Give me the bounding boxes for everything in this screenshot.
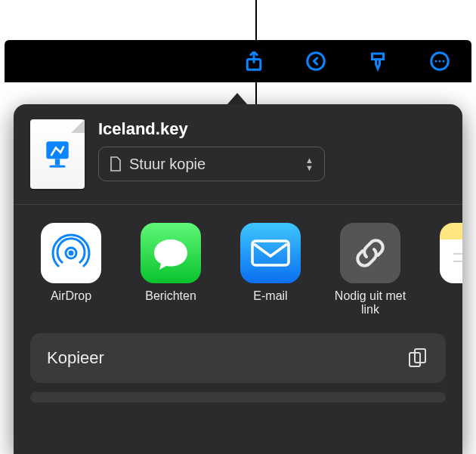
undo-button[interactable] xyxy=(301,46,331,76)
file-thumbnail xyxy=(30,119,85,189)
share-mode-label: Stuur kopie xyxy=(129,156,298,173)
share-icon xyxy=(243,50,265,73)
svg-point-5 xyxy=(443,60,445,63)
file-name: Iceland.key xyxy=(98,119,446,139)
svg-point-10 xyxy=(69,251,74,256)
app-label: Nodig uit met link xyxy=(334,289,406,318)
share-mode-select[interactable]: Stuur kopie ▲▼ xyxy=(98,147,325,181)
share-sheet-header: Iceland.key Stuur kopie ▲▼ xyxy=(14,104,462,204)
next-action-peek[interactable] xyxy=(30,392,446,403)
toolbar xyxy=(5,40,471,82)
app-label: AirDrop xyxy=(51,289,91,318)
share-app-row[interactable]: AirDrop Berichten E-mail xyxy=(14,205,462,324)
copy-action[interactable]: Kopieer xyxy=(30,333,446,383)
app-label: E-mail xyxy=(253,289,287,318)
svg-point-4 xyxy=(439,60,441,63)
link-icon xyxy=(340,223,400,283)
messages-icon xyxy=(141,223,201,283)
document-icon xyxy=(110,156,122,171)
notes-icon xyxy=(440,223,462,283)
chevron-updown-icon: ▲▼ xyxy=(305,157,314,171)
mail-icon xyxy=(240,223,301,283)
format-button[interactable] xyxy=(363,46,393,76)
keynote-file-icon xyxy=(42,138,73,170)
svg-rect-8 xyxy=(50,165,66,168)
svg-point-3 xyxy=(435,60,437,63)
share-target-mail[interactable]: E-mail xyxy=(234,223,307,318)
share-button[interactable] xyxy=(239,46,269,76)
format-brush-icon xyxy=(366,50,389,73)
share-actions: Kopieer xyxy=(14,324,462,403)
undo-icon xyxy=(304,50,327,73)
app-label: Berichten xyxy=(145,289,196,318)
share-target-messages[interactable]: Berichten xyxy=(134,223,207,318)
share-sheet: Iceland.key Stuur kopie ▲▼ xyxy=(14,104,462,454)
svg-rect-11 xyxy=(252,241,289,265)
svg-rect-7 xyxy=(55,159,60,165)
share-target-invite-link[interactable]: Nodig uit met link xyxy=(334,223,406,318)
callout-line-top xyxy=(255,0,257,42)
copy-label: Kopieer xyxy=(47,348,104,368)
share-target-notes[interactable]: N xyxy=(434,223,462,318)
airdrop-icon xyxy=(41,223,101,283)
share-sheet-pointer xyxy=(227,93,248,105)
more-button[interactable] xyxy=(425,46,455,76)
svg-point-1 xyxy=(308,53,325,70)
share-target-airdrop[interactable]: AirDrop xyxy=(35,223,107,318)
more-icon xyxy=(428,50,451,73)
copy-icon xyxy=(406,347,429,369)
